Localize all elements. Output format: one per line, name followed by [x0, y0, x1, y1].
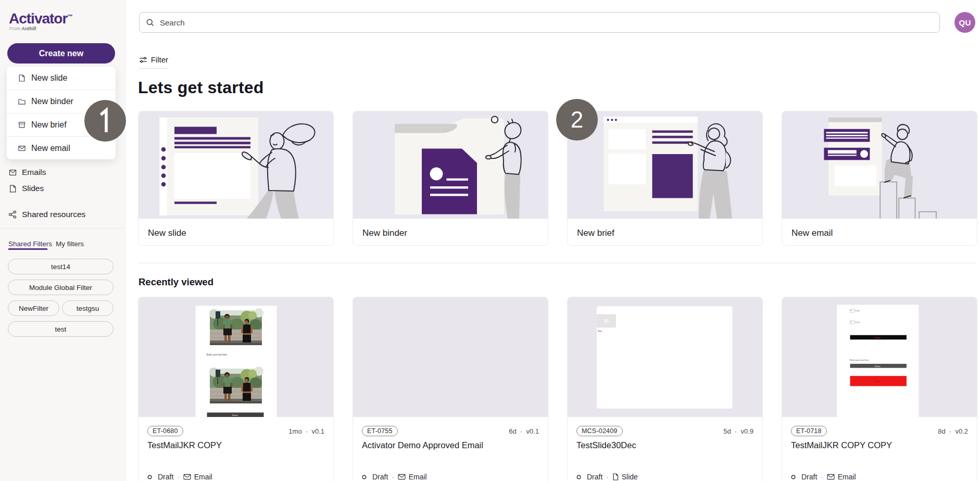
svg-text:Button: Button: [875, 337, 881, 339]
svg-text:Image: Image: [855, 321, 860, 323]
svg-text:Enter your text here: Enter your text here: [207, 353, 228, 356]
svg-text:Button: Button: [875, 381, 881, 383]
svg-text:Text: Text: [598, 330, 602, 333]
svg-text:Enter your text here: Enter your text here: [850, 359, 869, 361]
svg-text:Image: Image: [855, 310, 860, 312]
svg-text:Button: Button: [875, 365, 881, 368]
svg-text:Button: Button: [232, 414, 238, 416]
